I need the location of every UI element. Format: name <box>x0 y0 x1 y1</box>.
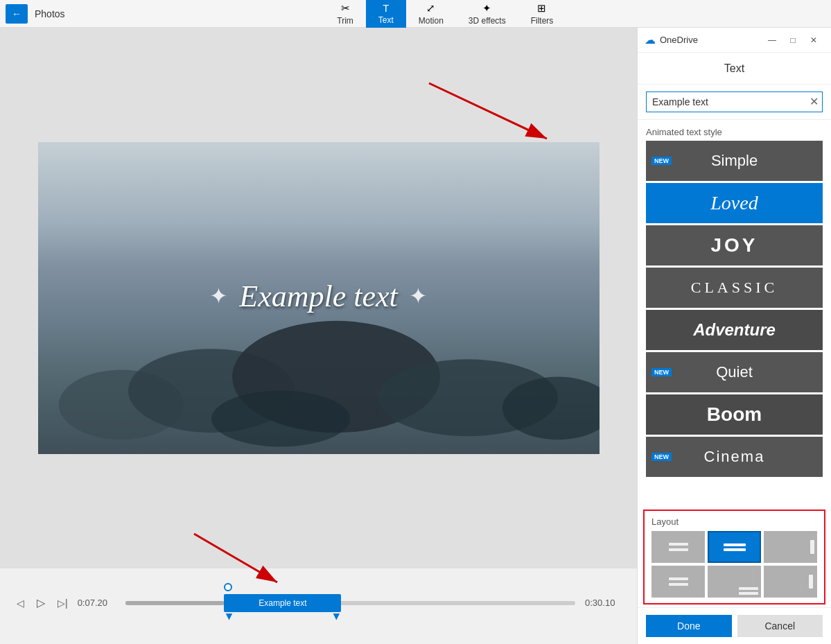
deco-right: ✦ <box>409 283 428 309</box>
layout-title: Layout <box>651 516 817 527</box>
timeline-progress <box>125 601 225 605</box>
motion-label: Motion <box>419 16 444 26</box>
style-label-boom: Boom <box>707 403 762 426</box>
style-label-joy: JOY <box>710 234 758 256</box>
new-badge-quiet: NEW <box>651 368 672 376</box>
timeline-area: ◁ ▷ ▷| 0:07.20 Example text <box>0 568 637 644</box>
text-button[interactable]: T Text <box>366 0 406 28</box>
next-frame-button[interactable]: ▷| <box>55 596 71 610</box>
style-item-classic[interactable]: CLASSIC <box>646 268 823 308</box>
new-badge-simple: NEW <box>651 157 672 165</box>
segment-handle-left[interactable] <box>225 613 232 620</box>
layout-option-4[interactable] <box>651 566 705 598</box>
minimize-button[interactable]: — <box>762 31 782 50</box>
layout-bar-3 <box>724 543 746 546</box>
style-item-loved[interactable]: Loved <box>646 183 823 223</box>
style-label-adventure: Adventure <box>693 320 776 340</box>
effects-icon: ✦ <box>482 2 491 15</box>
filters-button[interactable]: ⊞ Filters <box>518 0 566 28</box>
new-badge-cinema: NEW <box>651 453 672 461</box>
layout-bar-4 <box>724 548 746 551</box>
style-list: NEW Simple Loved JOY CLASSIC Adventure <box>638 141 831 507</box>
prev-frame-button[interactable]: ◁ <box>14 596 27 610</box>
motion-icon: ⤢ <box>426 2 435 15</box>
trim-icon: ✂ <box>341 2 350 15</box>
layout-option-5[interactable] <box>708 566 761 598</box>
trim-button[interactable]: ✂ Trim <box>324 0 366 28</box>
effects-button[interactable]: ✦ 3D effects <box>456 0 518 28</box>
panel-header: Text <box>638 53 831 85</box>
style-label-quiet: Quiet <box>716 363 753 381</box>
layout-bar-5 <box>810 540 814 554</box>
deco-left: ✦ <box>209 283 228 309</box>
timeline-segment[interactable]: Example text <box>224 594 341 612</box>
svg-point-7 <box>211 391 350 447</box>
total-time: 0:30.10 <box>585 598 623 608</box>
text-icon: T <box>383 2 389 14</box>
layout-bar-6 <box>669 577 688 580</box>
onedrive-title: OneDrive <box>660 35 698 45</box>
style-item-simple[interactable]: NEW Simple <box>646 141 823 181</box>
layout-option-2[interactable] <box>708 531 761 563</box>
video-container: ✦ Example text ✦ <box>0 28 637 568</box>
effects-label: 3D effects <box>469 16 506 26</box>
segment-handle-right[interactable] <box>333 613 340 620</box>
style-label-classic: CLASSIC <box>691 279 778 297</box>
close-button[interactable]: ✕ <box>803 31 824 50</box>
right-panel: ☁ OneDrive — □ ✕ Text ✕ Animated text st… <box>637 28 831 644</box>
filters-icon: ⊞ <box>537 2 546 15</box>
cancel-button[interactable]: Cancel <box>737 615 823 637</box>
panel-footer: Done Cancel <box>638 607 831 644</box>
style-label-loved: Loved <box>710 192 758 214</box>
layout-option-6[interactable] <box>764 566 817 598</box>
overlay-text: Example text <box>239 278 397 313</box>
timeline-track[interactable]: Example text <box>125 601 575 605</box>
playback-controls: ◁ ▷ ▷| 0:07.20 Example text <box>14 595 623 611</box>
motion-button[interactable]: ⤢ Motion <box>406 0 456 28</box>
play-button[interactable]: ▷ <box>34 595 48 611</box>
svg-line-1 <box>429 83 547 139</box>
style-label-simple: Simple <box>711 152 758 170</box>
style-section-header: Animated text style <box>638 120 831 141</box>
layout-bar-2 <box>669 548 688 551</box>
text-input-container: ✕ <box>638 85 831 120</box>
app-title: Photos <box>35 8 65 19</box>
onedrive-bar: ☁ OneDrive — □ ✕ <box>638 28 831 53</box>
layout-bar-7 <box>669 583 688 586</box>
layout-section: Layout <box>643 510 825 604</box>
annotation-arrow-1 <box>346 69 568 153</box>
text-input[interactable] <box>646 92 823 112</box>
style-item-joy[interactable]: JOY <box>646 225 823 266</box>
style-item-quiet[interactable]: NEW Quiet <box>646 352 823 392</box>
segment-label: Example text <box>259 598 306 608</box>
current-time: 0:07.20 <box>78 598 116 608</box>
style-item-adventure[interactable]: Adventure <box>646 310 823 350</box>
style-label-cinema: Cinema <box>704 448 765 466</box>
video-frame: ✦ Example text ✦ <box>38 142 600 454</box>
segment-circle-marker <box>224 583 232 591</box>
filters-label: Filters <box>531 16 554 26</box>
trim-label: Trim <box>337 16 353 26</box>
layout-option-3[interactable] <box>764 531 817 563</box>
layout-bar-1 <box>669 543 688 546</box>
layout-bar-9 <box>739 592 758 595</box>
layout-bar-8 <box>739 587 758 590</box>
layout-bar-10 <box>809 575 813 589</box>
text-input-clear-button[interactable]: ✕ <box>810 96 819 107</box>
video-overlay: ✦ Example text ✦ <box>209 278 427 313</box>
done-button[interactable]: Done <box>646 615 732 637</box>
style-item-boom[interactable]: Boom <box>646 394 823 435</box>
panel-title: Text <box>724 62 744 75</box>
style-section-title: Animated text style <box>646 127 722 137</box>
layout-grid <box>651 531 817 598</box>
style-item-cinema[interactable]: NEW Cinema <box>646 437 823 477</box>
text-toolbar-label: Text <box>378 15 394 25</box>
layout-option-1[interactable] <box>651 531 705 563</box>
maximize-button[interactable]: □ <box>782 31 803 50</box>
onedrive-icon: ☁ <box>645 33 656 46</box>
back-button[interactable]: ← <box>6 4 28 24</box>
